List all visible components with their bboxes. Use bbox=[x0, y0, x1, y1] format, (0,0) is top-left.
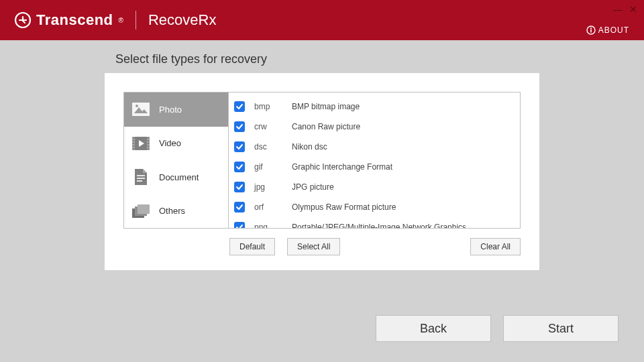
category-label: Others bbox=[159, 206, 185, 216]
file-type-row: orf Olympus Raw Format picture bbox=[234, 197, 517, 217]
checkbox[interactable] bbox=[234, 182, 245, 192]
file-type-row: bmp BMP bitmap image bbox=[234, 97, 517, 117]
file-desc: Graphic Interchange Format bbox=[292, 162, 392, 172]
app-header: Transcend ® RecoveRx — ✕ ABOUT bbox=[0, 0, 644, 40]
window-controls: — ✕ bbox=[613, 4, 637, 15]
about-link[interactable]: ABOUT bbox=[586, 25, 629, 35]
checkbox[interactable] bbox=[234, 202, 245, 213]
svg-rect-10 bbox=[133, 137, 135, 139]
select-all-button[interactable]: Select All bbox=[287, 238, 340, 255]
checkbox[interactable] bbox=[234, 121, 245, 132]
file-ext: bmp bbox=[254, 102, 292, 111]
file-desc: JPG picture bbox=[292, 182, 334, 192]
svg-rect-13 bbox=[133, 145, 135, 147]
svg-rect-16 bbox=[148, 140, 150, 141]
category-label: Photo bbox=[159, 105, 182, 115]
file-type-row: gif Graphic Interchange Format bbox=[234, 157, 517, 177]
file-desc: Portable/JPEG/Multiple-Image Network Gra… bbox=[292, 223, 466, 228]
default-button[interactable]: Default bbox=[229, 238, 275, 255]
file-type-row: png Portable/JPEG/Multiple-Image Network… bbox=[234, 217, 517, 228]
checkbox[interactable] bbox=[234, 162, 245, 172]
file-ext: gif bbox=[254, 162, 292, 172]
file-type-row: jpg JPG picture bbox=[234, 177, 517, 197]
document-icon bbox=[131, 168, 151, 186]
svg-point-6 bbox=[136, 105, 138, 107]
svg-rect-4 bbox=[132, 103, 150, 116]
file-desc: Nikon dsc bbox=[292, 142, 327, 152]
others-icon bbox=[131, 203, 151, 219]
brand-logo: Transcend ® bbox=[13, 11, 123, 29]
action-row: Default Select All Clear All bbox=[123, 238, 521, 255]
category-label: Document bbox=[159, 172, 199, 182]
checkbox[interactable] bbox=[234, 101, 245, 112]
checkbox[interactable] bbox=[234, 222, 245, 228]
file-desc: Canon Raw picture bbox=[292, 122, 360, 131]
clear-all-button[interactable]: Clear All bbox=[470, 238, 521, 255]
app-name: RecoveRx bbox=[148, 11, 216, 29]
filetype-panel: Photo bbox=[123, 92, 521, 229]
file-desc: BMP bitmap image bbox=[292, 102, 360, 111]
file-ext: crw bbox=[254, 122, 292, 131]
file-type-row: dsc Nikon dsc bbox=[234, 137, 517, 157]
main-card: Photo bbox=[105, 73, 539, 270]
category-others[interactable]: Others bbox=[124, 194, 228, 229]
svg-rect-19 bbox=[148, 148, 150, 149]
brand-name: Transcend bbox=[36, 11, 113, 29]
header-divider bbox=[136, 11, 136, 29]
file-ext: dsc bbox=[254, 142, 292, 152]
back-button[interactable]: Back bbox=[376, 315, 491, 342]
category-list: Photo bbox=[124, 93, 229, 228]
checkbox[interactable] bbox=[234, 141, 245, 152]
svg-rect-11 bbox=[133, 140, 135, 141]
registered-mark: ® bbox=[119, 17, 123, 24]
category-video[interactable]: Video bbox=[124, 127, 228, 161]
video-icon bbox=[131, 136, 151, 151]
svg-rect-26 bbox=[138, 204, 150, 214]
category-photo[interactable]: Photo bbox=[124, 93, 228, 127]
file-ext: jpg bbox=[254, 182, 292, 192]
file-ext: orf bbox=[254, 202, 292, 212]
start-button[interactable]: Start bbox=[503, 315, 619, 342]
info-icon bbox=[586, 25, 596, 35]
photo-icon bbox=[131, 102, 151, 117]
minimize-button[interactable]: — bbox=[613, 4, 623, 15]
file-type-list[interactable]: bmp BMP bitmap image crw Canon Raw pictu… bbox=[229, 93, 520, 228]
svg-rect-15 bbox=[148, 137, 150, 139]
brand-logo-icon bbox=[13, 11, 32, 29]
footer-actions: Back Start bbox=[376, 315, 619, 342]
about-label: ABOUT bbox=[598, 25, 629, 35]
svg-rect-17 bbox=[148, 143, 150, 144]
svg-rect-14 bbox=[133, 148, 135, 149]
svg-rect-18 bbox=[148, 145, 150, 147]
category-document[interactable]: Document bbox=[124, 160, 228, 194]
page-title: Select file types for recovery bbox=[115, 52, 644, 66]
file-ext: png bbox=[254, 223, 292, 228]
category-label: Video bbox=[159, 138, 181, 148]
svg-rect-12 bbox=[133, 143, 135, 144]
file-type-row: crw Canon Raw picture bbox=[234, 117, 517, 137]
file-desc: Olympus Raw Format picture bbox=[292, 202, 396, 212]
close-button[interactable]: ✕ bbox=[629, 4, 637, 15]
